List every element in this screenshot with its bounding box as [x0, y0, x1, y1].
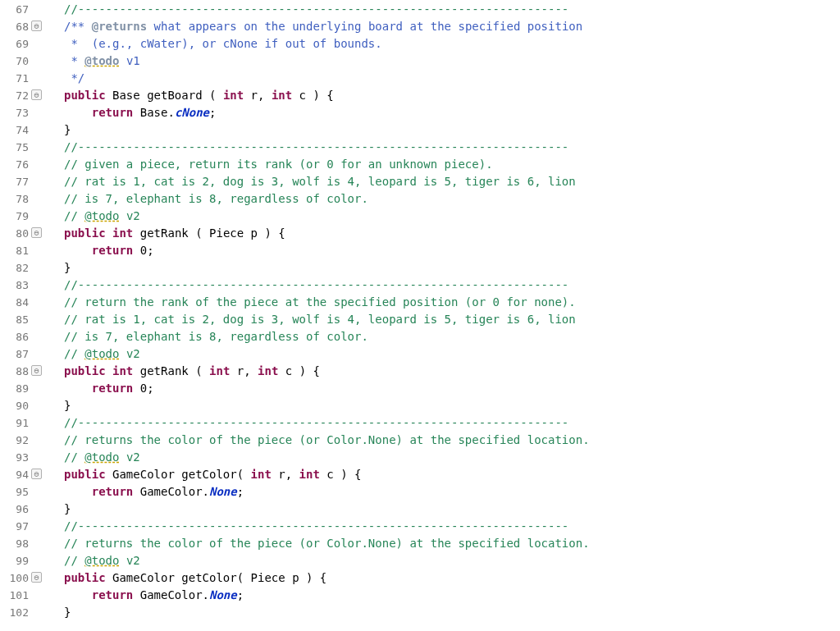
- code-line[interactable]: // @todo v2: [64, 345, 590, 363]
- code-line[interactable]: //--------------------------------------…: [64, 139, 590, 156]
- code-token: * (e.g., cWater), or cNone if out of bou…: [64, 37, 382, 50]
- code-token: getRank ( Piece p ) {: [133, 226, 285, 240]
- code-token: //--------------------------------------…: [64, 519, 568, 533]
- code-line[interactable]: // @todo v2: [64, 552, 590, 569]
- line-number: 74: [0, 121, 31, 139]
- line-number: 69: [0, 35, 31, 53]
- code-line[interactable]: }: [64, 501, 590, 518]
- code-token: [64, 485, 92, 498]
- code-token: GameColor getColor( Piece p ) {: [106, 571, 327, 584]
- code-token: Base.: [133, 106, 175, 119]
- code-token: int: [258, 364, 278, 377]
- code-line[interactable]: /** @returns what appears on the underly…: [64, 18, 590, 35]
- fold-toggle-icon[interactable]: ⊖: [31, 365, 42, 376]
- code-token: //--------------------------------------…: [64, 416, 568, 429]
- line-number: 102: [0, 604, 31, 621]
- code-token: GameColor getColor(: [106, 468, 251, 481]
- code-token: public: [64, 226, 106, 240]
- code-token: public: [64, 89, 106, 102]
- code-line[interactable]: // @todo v2: [64, 449, 590, 466]
- code-token: public: [64, 468, 106, 481]
- code-token: None: [209, 588, 237, 601]
- code-token: r,: [230, 364, 258, 377]
- code-token: //--------------------------------------…: [64, 278, 568, 291]
- code-line[interactable]: // return the rank of the piece at the s…: [64, 294, 590, 311]
- line-number: 82: [0, 259, 31, 277]
- line-number: 94: [0, 466, 31, 483]
- code-line[interactable]: }: [64, 121, 590, 139]
- code-token: GameColor.: [133, 588, 209, 601]
- code-line[interactable]: // @todo v2: [64, 208, 590, 225]
- code-line[interactable]: // rat is 1, cat is 2, dog is 3, wolf is…: [64, 311, 590, 328]
- code-line[interactable]: public int getRank ( int r, int c ) {: [64, 363, 590, 380]
- code-line[interactable]: //--------------------------------------…: [64, 414, 590, 432]
- code-line[interactable]: // rat is 1, cat is 2, dog is 3, wolf is…: [64, 173, 590, 190]
- code-line[interactable]: return Base.cNone;: [64, 104, 590, 121]
- line-number: 89: [0, 380, 31, 397]
- fold-cell: [31, 604, 43, 621]
- code-area[interactable]: //--------------------------------------…: [43, 0, 590, 621]
- code-token: /**: [64, 20, 92, 33]
- code-token: r,: [244, 89, 272, 102]
- line-number: 71: [0, 70, 31, 87]
- code-line[interactable]: return 0;: [64, 242, 590, 259]
- line-number: 87: [0, 345, 31, 363]
- code-token: c ) {: [278, 364, 320, 377]
- code-line[interactable]: // is 7, elephant is 8, regardless of co…: [64, 190, 590, 208]
- fold-cell: [31, 518, 43, 535]
- code-line[interactable]: // is 7, elephant is 8, regardless of co…: [64, 328, 590, 345]
- code-line[interactable]: //--------------------------------------…: [64, 277, 590, 294]
- code-token: int: [112, 364, 133, 377]
- fold-cell: [31, 432, 43, 449]
- line-number: 95: [0, 483, 31, 501]
- fold-toggle-icon[interactable]: ⊖: [31, 572, 42, 583]
- line-number: 78: [0, 190, 31, 208]
- fold-cell: ⊖: [31, 87, 43, 104]
- code-token: // rat is 1, cat is 2, dog is 3, wolf is…: [64, 175, 576, 188]
- line-number: 77: [0, 173, 31, 190]
- code-editor[interactable]: 6768697071727374757677787980818283848586…: [0, 0, 840, 621]
- line-number: 72: [0, 87, 31, 104]
- code-line[interactable]: // returns the color of the piece (or Co…: [64, 535, 590, 552]
- fold-toggle-icon[interactable]: ⊖: [31, 469, 42, 479]
- code-token: @todo: [84, 554, 119, 567]
- fold-cell: [31, 173, 43, 190]
- code-token: //--------------------------------------…: [64, 2, 568, 16]
- code-line[interactable]: //--------------------------------------…: [64, 1, 590, 18]
- code-token: }: [64, 123, 71, 136]
- fold-cell: [31, 294, 43, 311]
- code-line[interactable]: }: [64, 259, 590, 277]
- code-line[interactable]: public GameColor getColor( Piece p ) {: [64, 569, 590, 587]
- code-line[interactable]: * (e.g., cWater), or cNone if out of bou…: [64, 35, 590, 53]
- code-token: getRank (: [133, 364, 209, 377]
- code-line[interactable]: return 0;: [64, 380, 590, 397]
- code-line[interactable]: * @todo v1: [64, 53, 590, 70]
- fold-toggle-icon[interactable]: ⊖: [31, 89, 42, 100]
- fold-toggle-icon[interactable]: ⊖: [31, 21, 42, 31]
- fold-cell: [31, 277, 43, 294]
- line-number: 90: [0, 397, 31, 414]
- fold-toggle-icon[interactable]: ⊖: [31, 227, 42, 238]
- code-line[interactable]: }: [64, 604, 590, 621]
- code-line[interactable]: public GameColor getColor( int r, int c …: [64, 466, 590, 483]
- code-line[interactable]: return GameColor.None;: [64, 587, 590, 604]
- line-number: 99: [0, 552, 31, 569]
- code-line[interactable]: return GameColor.None;: [64, 483, 590, 501]
- code-line[interactable]: }: [64, 397, 590, 414]
- code-token: return: [92, 382, 134, 395]
- code-line[interactable]: // returns the color of the piece (or Co…: [64, 432, 590, 449]
- line-number: 70: [0, 53, 31, 70]
- code-line[interactable]: //--------------------------------------…: [64, 518, 590, 535]
- code-token: //: [64, 347, 84, 360]
- line-number: 92: [0, 432, 31, 449]
- fold-cell: [31, 156, 43, 173]
- code-token: return: [92, 106, 134, 119]
- code-line[interactable]: public int getRank ( Piece p ) {: [64, 225, 590, 242]
- code-token: v2: [119, 450, 139, 464]
- fold-cell: [31, 535, 43, 552]
- code-token: [64, 106, 92, 119]
- code-token: None: [209, 485, 237, 498]
- code-line[interactable]: // given a piece, return its rank (or 0 …: [64, 156, 590, 173]
- code-line[interactable]: public Base getBoard ( int r, int c ) {: [64, 87, 590, 104]
- code-line[interactable]: */: [64, 70, 590, 87]
